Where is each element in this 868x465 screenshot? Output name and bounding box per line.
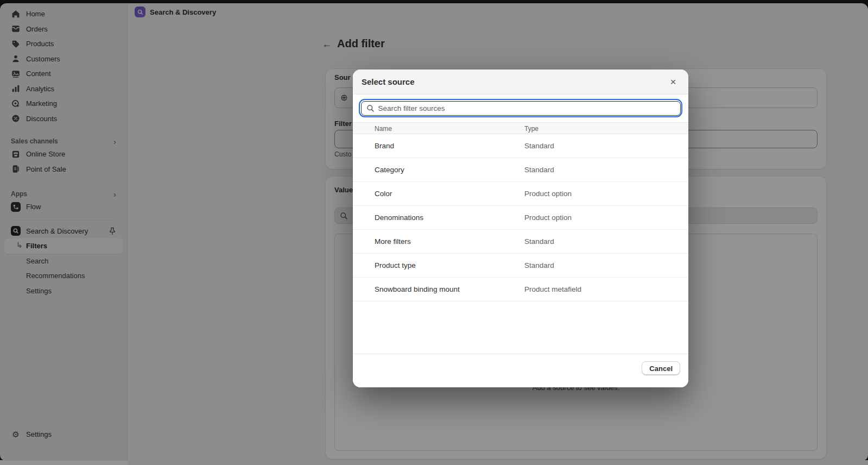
- source-table: Brand Standard Category Standard Color P…: [353, 134, 688, 301]
- column-header-name: Name: [375, 125, 392, 133]
- modal-footer: Cancel: [353, 354, 688, 387]
- source-type: Standard: [524, 142, 554, 150]
- close-button[interactable]: ×: [666, 74, 681, 90]
- source-name: Brand: [375, 142, 394, 150]
- source-type: Product metafield: [524, 285, 581, 293]
- source-name: Category: [375, 166, 404, 174]
- table-row[interactable]: More filters Standard: [353, 230, 688, 254]
- source-type: Product option: [524, 190, 572, 198]
- source-name: Denominations: [375, 213, 423, 222]
- search-icon: [366, 104, 375, 112]
- table-row[interactable]: Category Standard: [353, 158, 688, 182]
- table-row[interactable]: Snowboard binding mount Product metafiel…: [353, 278, 688, 301]
- source-type: Standard: [524, 166, 554, 174]
- modal-header: Select source: [353, 70, 688, 95]
- source-name: More filters: [375, 237, 411, 246]
- close-icon: ×: [670, 76, 676, 88]
- filter-sources-search-input[interactable]: [378, 104, 675, 112]
- table-header: Name Type: [353, 122, 688, 134]
- table-row[interactable]: Brand Standard: [353, 134, 688, 158]
- table-row[interactable]: Product type Standard: [353, 254, 688, 278]
- source-type: Standard: [524, 261, 554, 269]
- source-name: Product type: [375, 261, 416, 269]
- select-source-modal: Select source × Name Type Brand Standard…: [353, 70, 688, 387]
- source-name: Snowboard binding mount: [375, 285, 460, 293]
- column-header-type: Type: [524, 125, 538, 133]
- table-row[interactable]: Denominations Product option: [353, 206, 688, 230]
- source-type: Standard: [524, 237, 554, 246]
- modal-title: Select source: [362, 77, 415, 86]
- table-row[interactable]: Color Product option: [353, 182, 688, 206]
- source-type: Product option: [524, 213, 572, 222]
- search-focus-ring: [359, 99, 682, 117]
- cancel-button[interactable]: Cancel: [642, 361, 680, 375]
- source-name: Color: [375, 190, 392, 198]
